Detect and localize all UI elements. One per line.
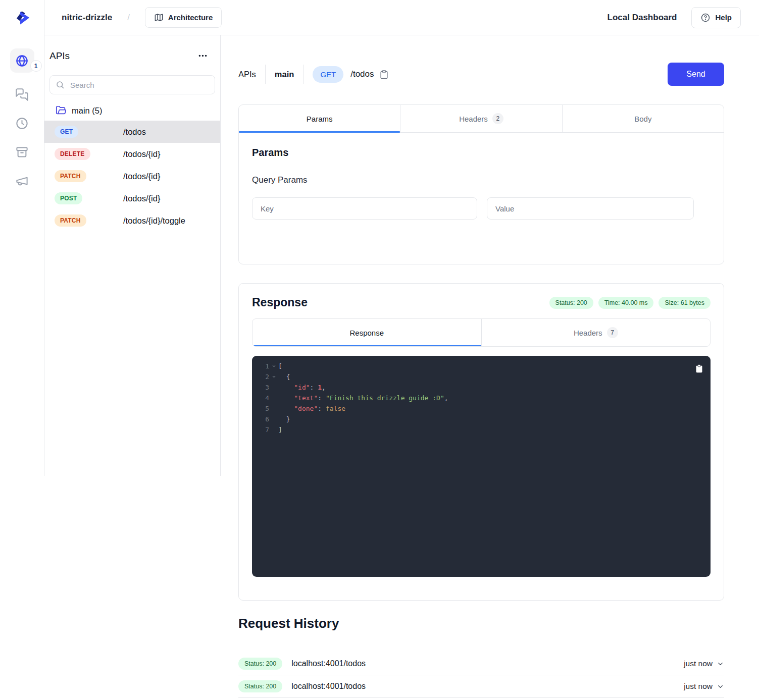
folder-open-icon [56, 105, 67, 116]
endpoint-row-patch-todos-id[interactable]: PATCH /todos/{id} [44, 165, 220, 187]
rail-item-topics[interactable] [15, 174, 29, 188]
time-badge: Time: 40.00 ms [598, 297, 654, 309]
code-line: 4 "text": "Finish this drizzle guide :D"… [252, 393, 711, 403]
topbar: nitric-drizzle / Architecture Local Dash… [44, 0, 759, 35]
response-code-viewer: 1 [ 2 { 3 "id": 1, [252, 356, 711, 577]
app-root: 1 [0, 0, 759, 698]
code-line: 5 "done": false [252, 403, 711, 414]
main-content: APIs main GET /todos Send [221, 35, 759, 698]
line-number: 4 [258, 393, 269, 403]
request-path: /todos [350, 69, 374, 79]
tab-label: Headers [574, 329, 602, 337]
history-url: localhost:4001/todos [291, 682, 366, 691]
tab-label: Params [307, 115, 333, 123]
method-badge: POST [55, 192, 82, 204]
response-badges: Status: 200 Time: 40.00 ms Size: 61 byte… [549, 297, 711, 309]
copy-path-button[interactable] [379, 70, 389, 79]
history-status-badge: Status: 200 [238, 680, 282, 692]
tab-body[interactable]: Body [562, 105, 724, 132]
method-badge: PATCH [55, 214, 86, 227]
size-badge: Size: 61 bytes [659, 297, 711, 309]
apis-panel-title: APIs [49, 50, 70, 62]
method-badge: PATCH [55, 170, 86, 182]
archive-icon [15, 145, 29, 159]
project-name: nitric-drizzle [62, 13, 112, 23]
breadcrumb-apis: APIs [238, 70, 256, 79]
rail-item-chat[interactable] [15, 88, 29, 101]
breadcrumb-api-name: main [275, 70, 294, 79]
endpoint-path: /todos/{id}/toggle [123, 216, 185, 226]
endpoint-row-post-todos-id[interactable]: POST /todos/{id} [44, 187, 220, 209]
rail-nav: 1 [10, 48, 34, 188]
request-method-badge: GET [313, 66, 343, 83]
dashboard-title: Local Dashboard [608, 13, 677, 23]
query-value-input[interactable] [487, 197, 694, 220]
rail-item-apis[interactable]: 1 [10, 48, 34, 73]
rail-item-schedules[interactable] [15, 117, 29, 130]
help-button[interactable]: Help [691, 7, 741, 28]
line-number: 6 [258, 414, 269, 424]
endpoint-path: /todos/{id} [123, 194, 160, 203]
breadcrumb-separator: / [127, 13, 130, 23]
search-icon [56, 80, 65, 89]
send-button[interactable]: Send [668, 63, 724, 86]
clipboard-icon [379, 70, 389, 79]
divider [265, 65, 266, 84]
api-count-badge: 1 [30, 60, 42, 72]
tab-response[interactable]: Response [252, 319, 481, 346]
tab-headers[interactable]: Headers 2 [400, 105, 562, 132]
history-time: just now [684, 659, 713, 668]
endpoint-path: /todos [123, 127, 146, 137]
fold-chevron-icon[interactable] [269, 361, 278, 371]
api-folder-label: main (5) [72, 106, 103, 116]
endpoint-row-delete-todos-id[interactable]: DELETE /todos/{id} [44, 143, 220, 165]
copy-response-button[interactable] [695, 364, 703, 373]
api-folder-main[interactable]: main (5) [44, 100, 220, 121]
tab-response-headers[interactable]: Headers 7 [481, 319, 711, 346]
history-row[interactable]: Status: 200 localhost:4001/todos just no… [238, 675, 724, 698]
rail-item-storage[interactable] [15, 145, 29, 159]
help-label: Help [715, 13, 732, 22]
line-number: 3 [258, 382, 269, 393]
search-input[interactable] [49, 75, 215, 94]
endpoint-list: GET /todos DELETE /todos/{id} PATCH /tod… [44, 121, 220, 232]
globe-icon [15, 54, 29, 68]
megaphone-icon [15, 174, 29, 188]
tab-params[interactable]: Params [239, 105, 400, 132]
query-key-input[interactable] [252, 197, 477, 220]
request-card: Params Headers 2 Body Params Query Param… [238, 104, 724, 264]
code-line: 6 } [252, 414, 711, 424]
help-circle-icon [700, 13, 711, 23]
map-icon [154, 13, 164, 22]
history-url: localhost:4001/todos [291, 659, 366, 668]
tab-label: Headers [459, 115, 488, 123]
code-line: 1 [ [252, 361, 711, 371]
headers-count-badge: 2 [492, 113, 503, 124]
request-history: Request History Status: 200 localhost:40… [238, 616, 724, 698]
chat-bubbles-icon [15, 88, 29, 101]
line-number: 2 [258, 371, 269, 382]
tab-label: Response [349, 329, 384, 337]
response-card: Response Status: 200 Time: 40.00 ms Size… [238, 283, 724, 601]
code-line: 3 "id": 1, [252, 382, 711, 393]
line-number: 1 [258, 361, 269, 371]
clock-icon [15, 117, 29, 130]
tab-label: Body [634, 115, 651, 123]
request-tabs: Params Headers 2 Body [239, 105, 724, 133]
apis-menu-button[interactable] [195, 48, 210, 63]
endpoint-path: /todos/{id} [123, 149, 160, 159]
icon-rail: 1 [0, 0, 44, 476]
architecture-button[interactable]: Architecture [145, 7, 222, 28]
chevron-down-icon[interactable] [717, 683, 724, 690]
line-number: 5 [258, 403, 269, 414]
architecture-label: Architecture [168, 13, 213, 22]
history-row[interactable]: Status: 200 localhost:4001/todos just no… [238, 653, 724, 675]
history-status-badge: Status: 200 [238, 658, 282, 670]
endpoint-row-patch-todos-id-toggle[interactable]: PATCH /todos/{id}/toggle [44, 209, 220, 232]
fold-chevron-icon[interactable] [269, 371, 278, 382]
line-number: 7 [258, 424, 269, 435]
ellipsis-icon [197, 50, 208, 61]
method-badge: DELETE [55, 148, 90, 160]
endpoint-row-get-todos[interactable]: GET /todos [44, 121, 220, 143]
chevron-down-icon[interactable] [717, 660, 724, 668]
